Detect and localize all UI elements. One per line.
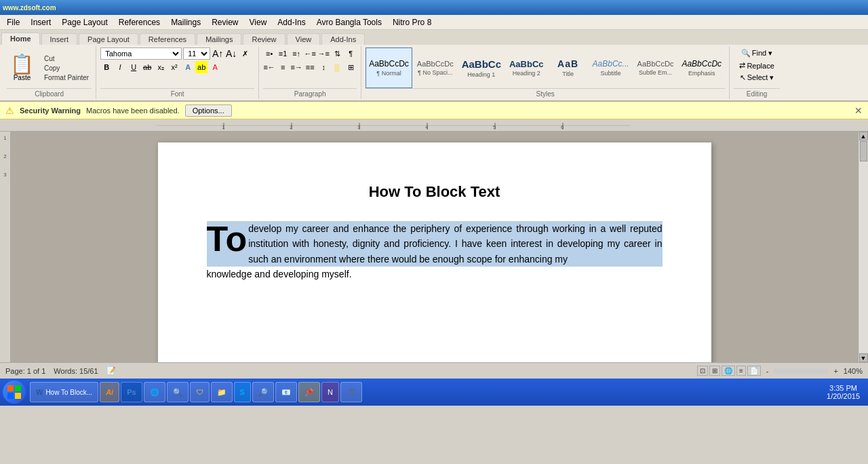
paste-button[interactable]: 📋 Paste (7, 53, 37, 83)
menu-review[interactable]: Review (206, 16, 243, 28)
taskbar-app-illustrator[interactable]: Ai (100, 382, 119, 402)
cut-button[interactable]: Cut (41, 54, 92, 63)
clipboard-group: 📋 Paste Cut Copy Format Painter Clipboar… (3, 46, 96, 99)
proofing-icon[interactable]: 📝 (106, 366, 116, 375)
format-painter-button[interactable]: Format Painter (41, 73, 92, 82)
find-button[interactable]: 🔍 Find ▾ (738, 47, 776, 59)
taskbar-app-chrome[interactable]: 🌐 (144, 382, 165, 402)
search-app-icon: 🔍 (173, 388, 182, 397)
multilevel-button[interactable]: ≡↑ (290, 47, 302, 60)
replace-button[interactable]: ⇄ Replace (736, 60, 777, 71)
increase-indent-button[interactable]: →≡ (317, 47, 330, 60)
menu-mailings[interactable]: Mailings (165, 16, 206, 28)
underline-button[interactable]: U (127, 61, 140, 73)
taskbar-app-extra3[interactable]: 📌 (298, 382, 320, 402)
shrink-font-button[interactable]: A↓ (225, 47, 237, 60)
doc-scroll[interactable]: How To Block Text To develop my career a… (11, 132, 858, 362)
align-right-button[interactable]: ≡→ (290, 61, 302, 73)
zoom-slider[interactable] (774, 368, 828, 374)
zoom-out-button[interactable]: - (766, 367, 769, 375)
start-button[interactable] (3, 381, 26, 404)
tab-addins[interactable]: Add-Ins (321, 33, 365, 45)
document-title: How To Block Text (207, 183, 663, 201)
scroll-down-button[interactable]: ▼ (859, 353, 868, 362)
shading-button[interactable]: ▒ (331, 61, 343, 73)
font-color-button[interactable]: A (209, 61, 221, 73)
style-heading2-button[interactable]: AaBbCc Heading 2 (506, 47, 547, 88)
web-view-button[interactable]: 🌐 (722, 366, 735, 376)
menu-nitro[interactable]: Nitro Pro 8 (387, 16, 437, 28)
line-spacing-button[interactable]: ↕ (317, 61, 330, 73)
taskbar-app-extra2[interactable]: 📧 (275, 382, 297, 402)
scroll-thumb[interactable] (860, 141, 867, 161)
style-heading1-button[interactable]: AaBbCc Heading 1 (458, 47, 505, 88)
sort-button[interactable]: ⇅ (331, 47, 343, 60)
decrease-indent-button[interactable]: ←≡ (304, 47, 316, 60)
menu-view[interactable]: View (244, 16, 273, 28)
style-subem-button[interactable]: AaBbCcDc Subtle Em... (634, 47, 677, 88)
borders-button[interactable]: ⊞ (344, 61, 357, 73)
select-button[interactable]: ↖ Select ▾ (736, 72, 778, 83)
align-center-button[interactable]: ≡ (277, 61, 289, 73)
menu-avro[interactable]: Avro Bangla Tools (311, 16, 387, 28)
align-left-button[interactable]: ≡← (263, 61, 275, 73)
tab-page-layout[interactable]: Page Layout (79, 33, 138, 45)
paste-icon: 📋 (10, 55, 34, 74)
style-nospace-button[interactable]: AaBbCcDc ¶ No Spaci... (414, 47, 457, 88)
justify-button[interactable]: ≡≡ (304, 61, 316, 73)
taskbar-app-extra5[interactable]: 🎵 (340, 382, 362, 402)
tab-references[interactable]: References (140, 33, 195, 45)
menu-insert[interactable]: Insert (25, 16, 56, 28)
security-bar: ⚠ Security Warning Macros have been disa… (0, 102, 868, 119)
draft-view-button[interactable]: 📄 (747, 366, 761, 376)
numbering-button[interactable]: ≡1 (277, 47, 289, 60)
security-options-button[interactable]: Options... (185, 104, 232, 117)
font-size-select[interactable]: 11 (183, 47, 210, 60)
taskbar-app-skype[interactable]: S (234, 382, 251, 402)
document-body[interactable]: To develop my career and enhance the per… (207, 221, 663, 282)
scroll-up-button[interactable]: ▲ (859, 132, 868, 140)
text-highlight-button[interactable]: ab (195, 61, 208, 73)
menu-page-layout[interactable]: Page Layout (56, 16, 113, 28)
subscript-button[interactable]: x₂ (155, 61, 167, 73)
font-name-select[interactable]: Tahoma (100, 47, 182, 60)
clear-format-button[interactable]: ✗ (239, 47, 251, 60)
tab-mailings[interactable]: Mailings (197, 33, 241, 45)
superscript-button[interactable]: x² (168, 61, 180, 73)
text-effects-button[interactable]: A (182, 61, 194, 73)
strikethrough-button[interactable]: ab (141, 61, 153, 73)
copy-button[interactable]: Copy (41, 64, 92, 73)
taskbar-app-photoshop[interactable]: Ps (121, 382, 142, 402)
menu-references[interactable]: References (113, 16, 165, 28)
taskbar-app-folder[interactable]: 📁 (211, 382, 233, 402)
taskbar-app-extra1[interactable]: 🔎 (252, 382, 274, 402)
menu-addins[interactable]: Add-Ins (272, 16, 311, 28)
zoom-in-button[interactable]: + (833, 367, 837, 375)
svg-text:5: 5 (493, 124, 496, 130)
taskbar-app-search[interactable]: 🔍 (167, 382, 189, 402)
style-title-button[interactable]: AaB Title (549, 47, 588, 88)
tab-home[interactable]: Home (1, 33, 40, 45)
print-layout-view-button[interactable]: ⊡ (697, 366, 708, 376)
taskbar-app-norton[interactable]: 🛡 (190, 382, 210, 402)
taskbar-app-word[interactable]: W How To Block... (30, 382, 98, 402)
outline-view-button[interactable]: ≡ (736, 366, 746, 376)
tab-review[interactable]: Review (243, 33, 285, 45)
grow-font-button[interactable]: A↑ (212, 47, 224, 60)
tab-view[interactable]: View (287, 33, 321, 45)
style-emphasis-button[interactable]: AaBbCcDc Emphasis (678, 47, 725, 88)
bullets-button[interactable]: ≡• (263, 47, 275, 60)
full-screen-view-button[interactable]: ⊞ (709, 366, 720, 376)
italic-button[interactable]: I (114, 61, 126, 73)
style-normal-button[interactable]: AaBbCcDc ¶ Normal (366, 47, 412, 88)
show-marks-button[interactable]: ¶ (344, 47, 357, 60)
style-subtitle-button[interactable]: AaBbCc... Subtitle (589, 47, 633, 88)
taskbar-app-extra4[interactable]: N (321, 382, 339, 402)
scrollbar-vertical[interactable]: ▲ ▼ (858, 132, 868, 362)
tab-insert[interactable]: Insert (41, 33, 78, 45)
security-close-button[interactable]: ✕ (854, 105, 863, 116)
menu-file[interactable]: File (1, 16, 25, 28)
bold-button[interactable]: B (100, 61, 113, 73)
style-subtitle-label: Subtitle (601, 70, 621, 77)
norton-icon: 🛡 (196, 388, 203, 396)
